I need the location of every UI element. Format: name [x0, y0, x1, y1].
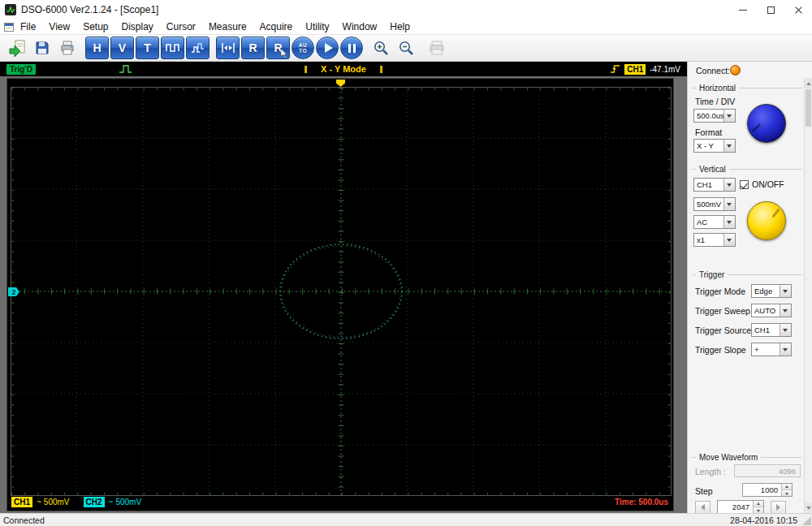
- print-button[interactable]: [55, 37, 79, 59]
- channel-value: CH1: [697, 180, 712, 189]
- menu-cursor[interactable]: Cursor: [160, 21, 202, 32]
- square-wave-icon: [166, 41, 180, 54]
- trigger-source-label: Trigger Source: [695, 326, 751, 335]
- work-area: Trig'D X - Y Mode CH1 -47.1mV: [0, 62, 687, 513]
- trigger-slope-icon: [610, 64, 620, 74]
- control-panel: Connect: Horizontal Time / DIV 500.0us F…: [687, 62, 812, 513]
- mode-right-tick-icon: [380, 66, 382, 73]
- chevron-down-icon[interactable]: [780, 285, 791, 297]
- spin-down-icon[interactable]: [754, 507, 763, 513]
- channel-select[interactable]: CH1: [693, 178, 736, 192]
- time-div-select[interactable]: 500.0us: [693, 109, 736, 123]
- chevron-down-icon[interactable]: [723, 179, 735, 191]
- scope-readouts: CH1 ~500mV CH2 ~500mV Time: 500.0us: [11, 496, 668, 508]
- pulse-wave-icon: [119, 64, 136, 74]
- chevron-down-icon[interactable]: [780, 304, 791, 317]
- probe-select[interactable]: x1: [693, 233, 736, 247]
- zoom-in-icon: [373, 40, 390, 57]
- waveform-compare-button[interactable]: [186, 37, 209, 59]
- vertical-settings-button[interactable]: V: [110, 37, 134, 59]
- section-vertical: Vertical: [692, 164, 802, 174]
- fit-screen-button[interactable]: [216, 37, 240, 59]
- spin-up-icon[interactable]: [782, 484, 792, 490]
- pause-button[interactable]: [340, 37, 363, 59]
- trigger-position-marker[interactable]: [336, 80, 345, 87]
- format-label: Format: [695, 127, 722, 137]
- chevron-down-icon[interactable]: [723, 140, 735, 152]
- step-label: Step: [695, 486, 713, 496]
- close-button[interactable]: [784, 0, 812, 19]
- probe-value: x1: [697, 235, 705, 244]
- ch2-scale-readout: ~500mV: [109, 498, 145, 507]
- maximize-button[interactable]: [757, 0, 784, 19]
- menu-measure[interactable]: Measure: [202, 21, 253, 32]
- trigger-slope-select[interactable]: +: [751, 343, 792, 356]
- step-spinner[interactable]: 1000: [742, 483, 793, 497]
- play-icon: [325, 43, 333, 53]
- autoset-button[interactable]: AUTO: [292, 37, 314, 59]
- horizontal-settings-button[interactable]: H: [85, 37, 109, 59]
- trigger-source-select[interactable]: CH1: [751, 323, 792, 337]
- scrollbar-thumb[interactable]: [806, 89, 811, 127]
- position-spinner[interactable]: 2047: [717, 500, 764, 514]
- arrow-left-icon: [698, 504, 705, 511]
- cursor-icon: [280, 49, 287, 58]
- print-preview-button[interactable]: [425, 37, 448, 59]
- arrow-up-icon: [806, 80, 811, 85]
- print-icon: [59, 40, 76, 56]
- length-label: Length :: [695, 467, 726, 476]
- replay-button[interactable]: R: [266, 37, 290, 59]
- run-button[interactable]: [316, 37, 339, 59]
- chevron-down-icon[interactable]: [723, 234, 735, 246]
- save-button[interactable]: [30, 37, 54, 59]
- datetime-readout: 28-04-2016 10:15: [730, 515, 797, 525]
- trigger-sweep-select[interactable]: AUTO: [751, 304, 792, 317]
- trigger-mode-label: Trigger Mode: [695, 287, 745, 296]
- move-right-button[interactable]: [771, 501, 786, 514]
- chevron-down-icon[interactable]: [780, 343, 791, 356]
- menu-setup[interactable]: Setup: [76, 21, 114, 32]
- zoom-out-icon: [398, 40, 415, 57]
- trigger-mode-select[interactable]: Edge: [751, 284, 792, 298]
- panel-scrollbar[interactable]: [804, 78, 812, 513]
- spin-down-icon[interactable]: [782, 490, 792, 496]
- menu-view[interactable]: View: [42, 21, 76, 32]
- menu-file[interactable]: File: [14, 21, 42, 32]
- coupling-select[interactable]: AC: [693, 215, 736, 229]
- dual-wave-icon: [191, 41, 205, 54]
- spinner-arrows: [781, 484, 792, 496]
- zoom-in-button[interactable]: [369, 37, 393, 59]
- scroll-up-button[interactable]: [805, 78, 812, 88]
- mode-left-tick-icon: [304, 66, 307, 73]
- spin-up-icon[interactable]: [754, 501, 763, 507]
- spinner-arrows: [753, 501, 763, 513]
- menu-utility[interactable]: Utility: [299, 21, 335, 32]
- trigger-settings-button[interactable]: T: [136, 37, 159, 59]
- vertical-knob[interactable]: [747, 201, 786, 240]
- minimize-button[interactable]: [729, 0, 757, 19]
- open-button[interactable]: [5, 37, 28, 59]
- chevron-down-icon[interactable]: [780, 324, 791, 336]
- menu-acquire[interactable]: Acquire: [253, 21, 300, 32]
- zoom-out-button[interactable]: [395, 37, 418, 59]
- scroll-down-button[interactable]: [805, 502, 812, 513]
- chevron-down-icon[interactable]: [723, 216, 735, 228]
- window-title: DSO-6000 Ver2.1.24 - [Scope1]: [21, 4, 158, 15]
- waveform-mode-button[interactable]: [161, 37, 184, 59]
- resize-grip-icon[interactable]: [802, 516, 811, 525]
- volts-div-select[interactable]: 500mV: [693, 197, 736, 211]
- menu-display[interactable]: Display: [115, 21, 160, 32]
- channel-onoff-checkbox[interactable]: [740, 180, 749, 189]
- chevron-down-icon[interactable]: [723, 110, 735, 122]
- menu-help[interactable]: Help: [383, 21, 417, 32]
- move-left-button[interactable]: [695, 501, 710, 514]
- document-icon[interactable]: [4, 23, 14, 32]
- format-select[interactable]: X - Y: [693, 139, 736, 153]
- chevron-down-icon[interactable]: [723, 198, 735, 210]
- horizontal-knob[interactable]: [747, 104, 786, 143]
- connect-indicator[interactable]: [730, 65, 741, 75]
- record-button[interactable]: R: [241, 37, 265, 59]
- menu-window[interactable]: Window: [336, 21, 384, 32]
- section-horizontal: Horizontal: [692, 83, 802, 93]
- ch2-marker-label: 2: [11, 288, 15, 296]
